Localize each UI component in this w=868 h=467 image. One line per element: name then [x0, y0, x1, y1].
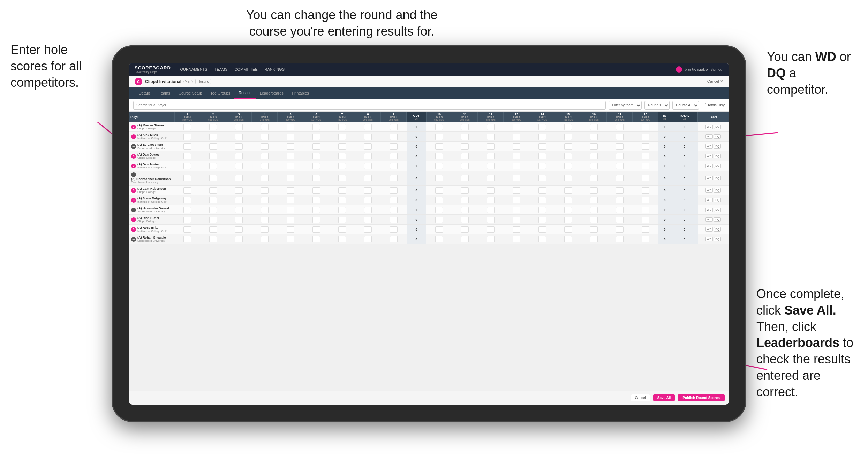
score-input-hole-7[interactable] [338, 197, 346, 203]
score-input-hole-3[interactable] [235, 226, 243, 233]
score-input-hole-10[interactable] [435, 163, 443, 169]
score-input-hole-16[interactable] [590, 187, 598, 194]
score-input-hole-15[interactable] [564, 187, 572, 194]
wd-button[interactable]: WD [705, 237, 713, 241]
score-input-hole-17[interactable] [616, 163, 624, 169]
score-input-hole-8[interactable] [364, 197, 372, 203]
score-input-hole-16[interactable] [590, 163, 598, 169]
tab-details[interactable]: Details [135, 87, 155, 99]
score-input-hole-7[interactable] [338, 226, 346, 233]
nav-teams[interactable]: TEAMS [214, 67, 228, 71]
score-input-hole-2[interactable] [209, 226, 217, 233]
score-input-hole-1[interactable] [183, 124, 191, 130]
score-input-hole-14[interactable] [538, 143, 546, 150]
score-input-hole-14[interactable] [538, 153, 546, 159]
score-input-hole-4[interactable] [261, 207, 269, 213]
score-input-hole-15[interactable] [564, 134, 572, 140]
score-input-hole-13[interactable] [513, 236, 520, 242]
score-input-hole-5[interactable] [287, 175, 294, 181]
score-input-hole-8[interactable] [364, 163, 372, 169]
dq-button[interactable]: DQ [714, 176, 721, 180]
score-input-hole-1[interactable] [183, 236, 191, 242]
score-input-hole-17[interactable] [616, 175, 624, 181]
score-input-hole-13[interactable] [513, 187, 520, 194]
wd-button[interactable]: WD [705, 217, 713, 222]
score-input-hole-12[interactable] [487, 134, 495, 140]
score-input-hole-8[interactable] [364, 187, 372, 194]
score-input-hole-9[interactable] [390, 207, 398, 213]
score-input-hole-12[interactable] [487, 153, 495, 159]
wd-button[interactable]: WD [705, 154, 713, 158]
score-input-hole-1[interactable] [183, 163, 191, 169]
score-input-hole-11[interactable] [461, 175, 469, 181]
score-input-hole-8[interactable] [364, 217, 372, 223]
score-input-hole-16[interactable] [590, 226, 598, 233]
dq-button[interactable]: DQ [714, 227, 721, 232]
score-input-hole-7[interactable] [338, 207, 346, 213]
round-select[interactable]: Round 1 [644, 101, 670, 110]
score-input-hole-8[interactable] [364, 124, 372, 130]
score-input-hole-15[interactable] [564, 175, 572, 181]
score-input-hole-9[interactable] [390, 134, 398, 140]
score-input-hole-18[interactable] [642, 143, 649, 150]
score-input-hole-13[interactable] [513, 124, 520, 130]
score-input-hole-2[interactable] [209, 163, 217, 169]
score-input-hole-3[interactable] [235, 163, 243, 169]
wd-button[interactable]: WD [705, 176, 713, 180]
score-input-hole-17[interactable] [616, 197, 624, 203]
score-input-hole-13[interactable] [513, 134, 520, 140]
score-input-hole-9[interactable] [390, 175, 398, 181]
dq-button[interactable]: DQ [714, 164, 721, 168]
score-input-hole-10[interactable] [435, 226, 443, 233]
score-input-hole-4[interactable] [261, 197, 269, 203]
score-input-hole-4[interactable] [261, 153, 269, 159]
score-input-hole-18[interactable] [642, 153, 649, 159]
score-input-hole-9[interactable] [390, 187, 398, 194]
score-input-hole-5[interactable] [287, 163, 294, 169]
score-input-hole-14[interactable] [538, 163, 546, 169]
score-input-hole-6[interactable] [312, 143, 320, 150]
score-input-hole-5[interactable] [287, 153, 294, 159]
score-input-hole-6[interactable] [312, 236, 320, 242]
score-input-hole-9[interactable] [390, 226, 398, 233]
score-input-hole-7[interactable] [338, 236, 346, 242]
score-input-hole-5[interactable] [287, 124, 294, 130]
score-input-hole-1[interactable] [183, 226, 191, 233]
search-input[interactable] [133, 101, 606, 110]
score-input-hole-7[interactable] [338, 143, 346, 150]
score-input-hole-4[interactable] [261, 226, 269, 233]
score-input-hole-2[interactable] [209, 153, 217, 159]
score-input-hole-12[interactable] [487, 124, 495, 130]
score-input-hole-11[interactable] [461, 187, 469, 194]
score-input-hole-11[interactable] [461, 226, 469, 233]
score-input-hole-18[interactable] [642, 124, 649, 130]
score-input-hole-5[interactable] [287, 207, 294, 213]
score-input-hole-6[interactable] [312, 134, 320, 140]
score-input-hole-4[interactable] [261, 163, 269, 169]
score-input-hole-11[interactable] [461, 236, 469, 242]
score-input-hole-12[interactable] [487, 217, 495, 223]
score-input-hole-14[interactable] [538, 134, 546, 140]
score-input-hole-2[interactable] [209, 197, 217, 203]
score-input-hole-2[interactable] [209, 124, 217, 130]
score-input-hole-15[interactable] [564, 236, 572, 242]
wd-button[interactable]: WD [705, 134, 713, 139]
score-input-hole-10[interactable] [435, 207, 443, 213]
score-input-hole-9[interactable] [390, 153, 398, 159]
score-input-hole-8[interactable] [364, 175, 372, 181]
score-input-hole-12[interactable] [487, 197, 495, 203]
score-input-hole-17[interactable] [616, 187, 624, 194]
score-input-hole-3[interactable] [235, 134, 243, 140]
score-input-hole-14[interactable] [538, 236, 546, 242]
score-input-hole-7[interactable] [338, 134, 346, 140]
tab-leaderboards[interactable]: Leaderboards [256, 87, 288, 99]
score-input-hole-10[interactable] [435, 134, 443, 140]
score-input-hole-12[interactable] [487, 187, 495, 194]
score-input-hole-2[interactable] [209, 236, 217, 242]
tab-tee-groups[interactable]: Tee Groups [206, 87, 234, 99]
score-input-hole-13[interactable] [513, 163, 520, 169]
publish-button[interactable]: Publish Round Scores [678, 394, 725, 401]
score-input-hole-17[interactable] [616, 207, 624, 213]
score-input-hole-7[interactable] [338, 124, 346, 130]
tab-course-setup[interactable]: Course Setup [174, 87, 206, 99]
